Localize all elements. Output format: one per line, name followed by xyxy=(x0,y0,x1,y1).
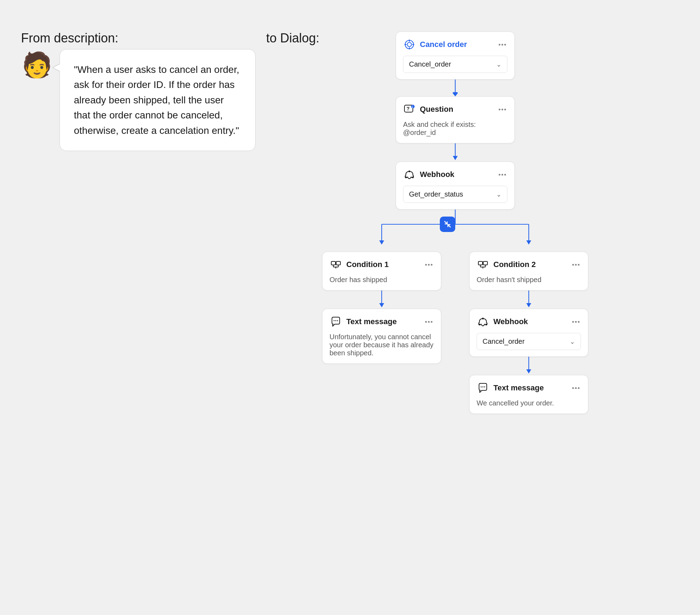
condition1-icon xyxy=(330,258,342,271)
chevron-down-icon-2: ⌄ xyxy=(496,191,501,198)
webhook-title-group: Webhook xyxy=(403,168,455,181)
branch-splitter xyxy=(322,210,588,252)
page-container: From description: to Dialog: 🧑 "When a u… xyxy=(0,0,700,615)
webhook2-dropdown[interactable]: Cancel_order ⌄ xyxy=(477,333,581,350)
cancel-order-title-group: Cancel order xyxy=(403,38,467,51)
text-message1-body: Unfortunately, you cannot cancel your or… xyxy=(323,333,441,363)
question-header: ? i Question xyxy=(396,97,514,121)
question-title-group: ? i Question xyxy=(403,103,453,116)
target-icon xyxy=(403,38,416,51)
svg-text:i: i xyxy=(412,105,413,109)
chat-icon-1 xyxy=(330,315,342,328)
condition2-title-group: Condition 2 xyxy=(477,258,536,271)
condition2-title: Condition 2 xyxy=(493,260,536,269)
question-title: Question xyxy=(420,105,453,114)
chevron-down-icon: ⌄ xyxy=(496,61,501,68)
text-message2-title: Text message xyxy=(493,383,544,392)
condition2-header: Condition 2 xyxy=(470,252,588,276)
condition1-title: Condition 1 xyxy=(346,260,389,269)
branch-columns: Condition 1 Order has shipped xyxy=(322,252,588,414)
dialog-flow: Cancel order Cancel_order ⌄ xyxy=(231,32,679,414)
condition1-header: Condition 1 xyxy=(323,252,441,276)
svg-point-14 xyxy=(409,171,410,172)
question-body: Ask and check if exists: @order_id xyxy=(396,121,514,143)
condition1-body: Order has shipped xyxy=(323,276,441,290)
webhook2-title: Webhook xyxy=(493,317,528,326)
chat-area: 🧑 "When a user asks to cancel an order, … xyxy=(21,49,256,151)
svg-point-37 xyxy=(334,320,335,321)
question-more[interactable] xyxy=(497,107,507,112)
cancel-order-card: Cancel order Cancel_order ⌄ xyxy=(396,32,515,80)
svg-rect-30 xyxy=(336,261,340,265)
condition2-card: Condition 2 Order hasn't shipped xyxy=(469,252,588,291)
from-description-label: From description: xyxy=(21,31,118,46)
svg-point-38 xyxy=(335,320,337,321)
svg-marker-52 xyxy=(526,369,531,374)
avatar: 🧑 xyxy=(21,49,53,81)
cancel-order-dropdown[interactable]: Cancel_order ⌄ xyxy=(403,56,507,73)
svg-rect-40 xyxy=(478,261,483,265)
svg-marker-21 xyxy=(379,240,384,245)
text-message2-more[interactable] xyxy=(571,386,581,390)
webhook-dropdown[interactable]: Get_order_status ⌄ xyxy=(403,186,507,203)
text-message1-more[interactable] xyxy=(424,320,434,324)
svg-point-55 xyxy=(484,387,485,388)
webhook-card: Webhook Get_order_status ⌄ xyxy=(396,162,515,210)
webhook2-icon xyxy=(477,315,489,328)
svg-rect-41 xyxy=(483,261,487,265)
text-message2-title-group: Text message xyxy=(477,382,544,394)
svg-point-49 xyxy=(479,324,480,326)
svg-point-50 xyxy=(486,324,487,326)
webhook2-title-group: Webhook xyxy=(477,315,528,328)
webhook-title: Webhook xyxy=(420,170,455,179)
left-branch: Condition 1 Order has shipped xyxy=(322,252,441,364)
webhook-body: Get_order_status ⌄ xyxy=(396,186,514,209)
svg-marker-36 xyxy=(379,303,384,307)
text-message2-card: Text message We cancelled your order. xyxy=(469,375,588,414)
svg-marker-7 xyxy=(453,92,458,96)
svg-point-1 xyxy=(407,42,411,47)
text-message2-body: We cancelled your order. xyxy=(470,399,588,414)
webhook-more[interactable] xyxy=(497,172,507,177)
right-branch: Condition 2 Order hasn't shipped xyxy=(469,252,588,414)
svg-marker-22 xyxy=(526,240,531,245)
svg-marker-13 xyxy=(453,156,458,160)
text-message1-title: Text message xyxy=(346,317,397,326)
webhook2-header: Webhook xyxy=(470,309,588,333)
condition2-more[interactable] xyxy=(571,262,581,267)
text-message2-header: Text message xyxy=(470,375,588,399)
speech-bubble: "When a user asks to cancel an order, as… xyxy=(60,49,256,151)
webhook2-card: Webhook Cancel_order ⌄ xyxy=(469,309,588,357)
svg-point-48 xyxy=(482,318,484,320)
condition2-icon xyxy=(477,258,489,271)
webhook-icon xyxy=(403,168,416,181)
chat-icon-2 xyxy=(477,382,489,394)
cancel-order-header: Cancel order xyxy=(396,32,514,56)
speech-text: "When a user asks to cancel an order, as… xyxy=(74,64,239,136)
cancel-order-body: Cancel_order ⌄ xyxy=(396,56,514,79)
text-message1-title-group: Text message xyxy=(330,315,397,328)
svg-point-39 xyxy=(337,320,338,321)
webhook2-body: Cancel_order ⌄ xyxy=(470,333,588,356)
cancel-order-more[interactable] xyxy=(497,42,507,47)
condition1-title-group: Condition 1 xyxy=(330,258,389,271)
question-icon: ? i xyxy=(403,103,416,116)
webhook-header: Webhook xyxy=(396,162,514,186)
condition1-more[interactable] xyxy=(424,262,434,267)
svg-point-53 xyxy=(481,387,482,388)
svg-marker-47 xyxy=(526,303,531,307)
chevron-down-icon-3: ⌄ xyxy=(570,338,575,346)
question-card: ? i Question Ask and check if exists: @o… xyxy=(396,96,515,143)
condition2-body: Order hasn't shipped xyxy=(470,276,588,290)
cancel-order-title: Cancel order xyxy=(420,40,467,49)
svg-rect-29 xyxy=(331,261,335,265)
condition1-card: Condition 1 Order has shipped xyxy=(322,252,441,291)
svg-point-15 xyxy=(405,177,407,178)
text-message1-header: Text message xyxy=(323,309,441,333)
svg-point-54 xyxy=(483,387,484,388)
svg-text:?: ? xyxy=(407,106,410,111)
svg-point-16 xyxy=(412,177,414,178)
collapse-button[interactable] xyxy=(440,217,455,232)
webhook2-more[interactable] xyxy=(571,320,581,324)
text-message1-card: Text message Unfortunately, you cannot c… xyxy=(322,309,441,364)
